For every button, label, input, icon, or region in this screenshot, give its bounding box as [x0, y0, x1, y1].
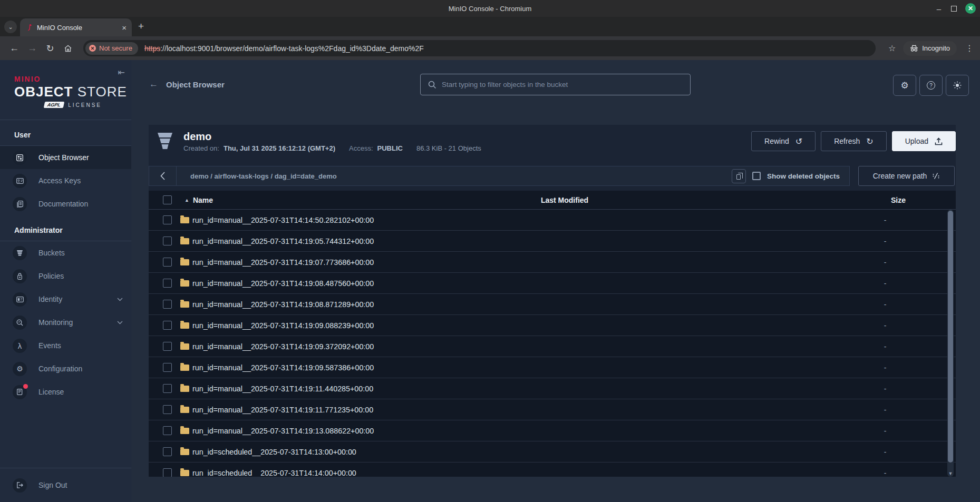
chevron-down-icon[interactable]	[117, 298, 123, 301]
object-name[interactable]: run_id=manual__2025-07-31T14:19:09.58738…	[192, 363, 374, 372]
row-checkbox[interactable]	[163, 468, 172, 477]
window-close-button[interactable]: ✕	[965, 3, 976, 14]
row-checkbox[interactable]	[163, 300, 172, 309]
new-tab-button[interactable]: +	[138, 21, 144, 32]
row-checkbox[interactable]	[163, 342, 172, 351]
bucket-browser-card: demo Created on: Thu, Jul 31 2025 16:12:…	[149, 125, 956, 477]
folder-icon	[180, 343, 189, 350]
chevron-down-icon[interactable]	[117, 321, 123, 324]
object-name[interactable]: run_id=manual__2025-07-31T14:19:08.48756…	[192, 279, 374, 288]
table-row[interactable]: run_id=manual__2025-07-31T14:19:08.87128…	[149, 294, 956, 315]
object-name[interactable]: run_id=manual__2025-07-31T14:19:09.08823…	[192, 321, 374, 330]
object-name[interactable]: run_id=scheduled__2025-07-31T14:14:00+00…	[192, 469, 356, 477]
sidebar-item-policies[interactable]: Policies	[0, 264, 131, 288]
sort-ascending-icon[interactable]: ▲	[185, 198, 189, 203]
table-row[interactable]: run_id=manual__2025-07-31T14:19:13.08862…	[149, 420, 956, 441]
sidebar-item-monitoring[interactable]: Monitoring	[0, 311, 131, 334]
path-toolbar: demo / airflow-task-logs / dag_id=date_d…	[149, 166, 850, 186]
copy-path-button[interactable]	[732, 169, 746, 183]
select-all-checkbox[interactable]	[163, 195, 172, 204]
column-header-size[interactable]: Size	[891, 196, 906, 204]
sidebar-item-object-browser[interactable]: Object Browser	[0, 146, 131, 169]
row-checkbox[interactable]	[163, 215, 172, 224]
filter-search-box[interactable]	[420, 74, 691, 95]
not-secure-badge[interactable]: ✕ Not secure	[85, 42, 138, 55]
breadcrumb[interactable]: demo / airflow-task-logs / dag_id=date_d…	[190, 172, 337, 180]
table-row[interactable]: run_id=manual__2025-07-31T14:19:09.37209…	[149, 336, 956, 357]
path-back-button[interactable]	[149, 166, 177, 185]
sidebar-item-identity[interactable]: Identity	[0, 288, 131, 311]
table-row[interactable]: run_id=manual__2025-07-31T14:19:09.08823…	[149, 315, 956, 336]
object-name[interactable]: run_id=manual__2025-07-31T14:19:11.44028…	[192, 385, 373, 393]
object-size: -	[884, 300, 887, 309]
table-row[interactable]: run_id=manual__2025-07-31T14:19:11.44028…	[149, 378, 956, 399]
table-row[interactable]: run_id=manual__2025-07-31T14:19:08.48756…	[149, 273, 956, 294]
column-header-last-modified[interactable]: Last Modified	[541, 196, 588, 204]
tab-search-icon[interactable]: ⌄	[4, 21, 17, 33]
browser-tab[interactable]: MinIO Console ×	[20, 18, 132, 36]
row-checkbox[interactable]	[163, 363, 172, 372]
table-row[interactable]: run_id=manual__2025-07-31T14:19:09.58738…	[149, 357, 956, 378]
scrollbar-thumb[interactable]	[948, 211, 953, 462]
home-icon[interactable]	[60, 44, 76, 53]
browser-menu-icon[interactable]: ⋮	[965, 43, 974, 53]
table-row[interactable]: run_id=manual__2025-07-31T14:19:07.77368…	[149, 252, 956, 273]
refresh-button[interactable]: Refresh↻	[821, 131, 886, 151]
bookmark-star-icon[interactable]: ☆	[888, 43, 896, 53]
access-keys-icon	[13, 174, 27, 188]
address-bar[interactable]: ✕ Not secure https://localhost:9001/brow…	[83, 40, 876, 56]
object-name[interactable]: run_id=manual__2025-07-31T14:19:09.37209…	[192, 342, 374, 351]
create-new-path-button[interactable]: Create new path	[858, 166, 955, 186]
sidebar-item-label: Documentation	[38, 200, 88, 208]
row-checkbox[interactable]	[163, 405, 172, 414]
row-checkbox[interactable]	[163, 321, 172, 330]
object-name[interactable]: run_id=manual__2025-07-31T14:19:11.77123…	[192, 406, 373, 414]
row-checkbox[interactable]	[163, 258, 172, 267]
sidebar-item-license[interactable]: License	[0, 380, 131, 403]
url-text[interactable]: https://localhost:9001/browser/demo/airf…	[144, 44, 424, 53]
table-row[interactable]: run_id=scheduled__2025-07-31T14:13:00+00…	[149, 441, 956, 462]
window-minimize-button[interactable]: –	[935, 4, 943, 13]
settings-button[interactable]: ⚙	[893, 75, 916, 96]
object-name[interactable]: run_id=manual__2025-07-31T14:19:07.77368…	[192, 258, 374, 267]
object-name[interactable]: run_id=manual__2025-07-31T14:14:50.28210…	[192, 216, 374, 224]
buckets-icon	[13, 246, 27, 260]
folder-icon	[180, 365, 189, 371]
column-header-name[interactable]: Name	[193, 196, 213, 204]
object-size: -	[884, 237, 887, 245]
object-name[interactable]: run_id=scheduled__2025-07-31T14:13:00+00…	[192, 448, 356, 456]
object-name[interactable]: run_id=manual__2025-07-31T14:19:05.74431…	[192, 237, 374, 245]
tab-close-icon[interactable]: ×	[122, 23, 127, 32]
table-row[interactable]: run_id=scheduled__2025-07-31T14:14:00+00…	[149, 462, 956, 477]
back-arrow-icon[interactable]: ←	[149, 79, 158, 90]
theme-toggle-button[interactable]	[946, 75, 969, 96]
sidebar-item-access-keys[interactable]: Access Keys	[0, 169, 131, 192]
window-maximize-button[interactable]	[951, 6, 957, 12]
object-name[interactable]: run_id=manual__2025-07-31T14:19:08.87128…	[192, 300, 374, 309]
help-button[interactable]: ?	[919, 75, 943, 96]
object-name[interactable]: run_id=manual__2025-07-31T14:19:13.08862…	[192, 427, 374, 435]
sidebar-item-documentation[interactable]: Documentation	[0, 192, 131, 215]
sidebar-item-sign-out[interactable]: Sign Out	[0, 468, 131, 502]
scrollbar-down-arrow[interactable]: ▼	[947, 471, 954, 476]
row-checkbox[interactable]	[163, 384, 172, 393]
row-checkbox[interactable]	[163, 447, 172, 456]
table-row[interactable]: run_id=manual__2025-07-31T14:19:05.74431…	[149, 231, 956, 252]
sidebar-collapse-icon[interactable]: ⇤	[118, 67, 125, 77]
upload-button[interactable]: Upload	[892, 131, 956, 151]
row-checkbox[interactable]	[163, 279, 172, 288]
forward-icon[interactable]: →	[24, 43, 40, 54]
table-row[interactable]: run_id=manual__2025-07-31T14:19:11.77123…	[149, 399, 956, 420]
show-deleted-checkbox[interactable]	[752, 172, 761, 180]
rewind-button[interactable]: Rewind↺	[751, 131, 816, 151]
sidebar-item-configuration[interactable]: ⚙ Configuration	[0, 357, 131, 380]
row-checkbox[interactable]	[163, 426, 172, 435]
back-icon[interactable]: ←	[6, 43, 22, 54]
sidebar-item-events[interactable]: λ Events	[0, 334, 131, 357]
reload-icon[interactable]: ↻	[42, 43, 58, 54]
row-checkbox[interactable]	[163, 237, 172, 245]
search-input[interactable]	[442, 81, 690, 88]
table-row[interactable]: run_id=manual__2025-07-31T14:14:50.28210…	[149, 210, 956, 231]
table-scrollbar[interactable]: ▼	[947, 210, 954, 477]
sidebar-item-buckets[interactable]: Buckets	[0, 241, 131, 264]
